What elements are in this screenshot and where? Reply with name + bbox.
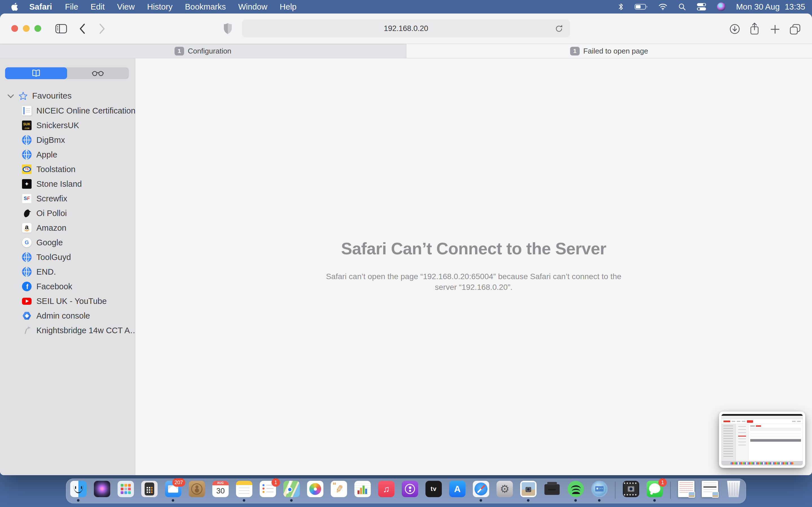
zoom-window-button[interactable]	[35, 25, 41, 32]
dock-item-numbers[interactable]	[354, 481, 371, 497]
dock-app-icon	[94, 481, 110, 497]
bookmark-item[interactable]: Knightsbridge 14w CCT A…	[0, 323, 135, 338]
error-message-block: Safari Can’t Connect to the Server Safar…	[290, 239, 657, 293]
share-button[interactable]	[749, 22, 760, 35]
reading-list-tab-button[interactable]	[67, 67, 129, 79]
bookmark-item[interactable]: Google	[0, 235, 135, 250]
bluetooth-icon[interactable]	[618, 3, 624, 11]
dock-app-icon	[141, 481, 158, 497]
pip-nav-bar	[721, 419, 803, 424]
dock-item-doc-invoice[interactable]	[702, 481, 718, 497]
bookmark-item[interactable]: Apple	[0, 147, 135, 162]
tab[interactable]: 1 Failed to open page	[406, 44, 812, 58]
sidebar-toggle-button[interactable]	[55, 24, 67, 34]
downloads-button[interactable]	[729, 23, 741, 35]
bookmarks-tab-button[interactable]	[5, 67, 67, 79]
screenshot-preview-thumbnail[interactable]	[719, 411, 805, 468]
running-indicator	[598, 499, 601, 502]
bookmark-item[interactable]: Screwfix	[0, 191, 135, 206]
reload-button[interactable]	[553, 24, 566, 34]
dock-item-calendar[interactable]: AUG 30	[212, 481, 229, 497]
chevron-down-icon[interactable]	[8, 92, 14, 98]
notification-badge: 207	[172, 478, 185, 487]
bookmark-item[interactable]: Oi Polloi	[0, 206, 135, 221]
bookmark-item[interactable]: SnickersUK	[0, 118, 135, 133]
dock-item-mail[interactable]: 207	[165, 481, 181, 497]
dock-item-safari[interactable]	[473, 481, 489, 497]
dock-item-messages[interactable]: 1	[647, 481, 663, 497]
menu-item[interactable]: File	[65, 2, 79, 11]
dock-item-notes[interactable]	[236, 481, 252, 497]
dock-item-tv[interactable]	[425, 481, 442, 497]
bookmark-item[interactable]: Toolstation	[0, 162, 135, 177]
bookmark-item[interactable]: NICEIC Online Certification	[0, 103, 135, 118]
forward-button[interactable]	[99, 23, 105, 34]
menu-item[interactable]: Edit	[91, 2, 105, 11]
menu-item[interactable]: History	[147, 2, 172, 11]
bookmark-item[interactable]: Amazon	[0, 221, 135, 235]
privacy-shield-icon[interactable]	[223, 23, 232, 35]
siri-icon[interactable]	[717, 3, 725, 11]
menu-item[interactable]: Window	[238, 2, 267, 11]
bookmark-item[interactable]: ToolGuyd	[0, 250, 135, 265]
dock-item-viewer[interactable]	[591, 481, 608, 497]
dock-item-pages[interactable]	[331, 481, 347, 497]
close-window-button[interactable]	[11, 25, 18, 32]
bookmark-item[interactable]: END.	[0, 265, 135, 279]
bookmark-item[interactable]: Facebook	[0, 279, 135, 294]
dock-item-doc-spreadsheet[interactable]	[678, 481, 695, 497]
tab-overview-button[interactable]	[789, 24, 801, 35]
menu-item[interactable]: Bookmarks	[185, 2, 226, 11]
running-indicator	[527, 499, 529, 502]
tab[interactable]: 1 Configuration	[0, 44, 406, 58]
dock-item-finder[interactable]	[70, 481, 87, 497]
dock-item-appstore[interactable]	[449, 481, 465, 497]
dock-item-separator[interactable]	[670, 482, 671, 499]
back-button[interactable]	[79, 23, 86, 34]
control-center-icon[interactable]	[697, 3, 706, 11]
menu-bar: Safari FileEditViewHistoryBookmarksWindo…	[0, 0, 812, 13]
bookmark-favicon	[22, 106, 32, 115]
dock-item-maps[interactable]	[283, 481, 300, 497]
dock-item-music[interactable]	[378, 481, 395, 497]
menu-item[interactable]: Help	[280, 2, 297, 11]
dock-app-icon	[236, 481, 252, 497]
minimize-window-button[interactable]	[23, 25, 30, 32]
dock-item-photobooth[interactable]	[520, 481, 537, 497]
menu-item[interactable]: View	[117, 2, 135, 11]
dock-item-trash[interactable]	[725, 481, 742, 497]
dock-item-calculator[interactable]	[141, 481, 158, 497]
apple-menu-icon[interactable]	[11, 3, 18, 11]
dock-item-separator[interactable]	[615, 482, 615, 499]
dock-item-printer[interactable]	[544, 481, 560, 497]
menu-bar-clock[interactable]: Mon 30 Aug 13:35	[736, 2, 805, 11]
bookmark-item[interactable]: SEIL UK - YouTube	[0, 294, 135, 308]
app-menu-safari[interactable]: Safari	[29, 2, 52, 11]
dock-app-icon	[378, 481, 395, 497]
dock-item-camera[interactable]	[623, 481, 639, 497]
dock-item-launchpad[interactable]	[117, 481, 134, 497]
dock-item-siri[interactable]	[94, 481, 110, 497]
bookmark-label: Toolstation	[36, 165, 75, 174]
spotlight-search-icon[interactable]	[678, 3, 686, 11]
battery-icon[interactable]	[635, 3, 648, 10]
bookmark-item[interactable]: Admin console	[0, 308, 135, 323]
address-bar[interactable]: 192.168.0.20	[242, 19, 570, 38]
dock-item-photos[interactable]	[307, 481, 323, 497]
notification-badge: 1	[658, 478, 667, 487]
dock-item-podcasts[interactable]	[402, 481, 418, 497]
running-indicator	[172, 499, 174, 502]
dock-item-settings[interactable]	[497, 481, 513, 497]
favourites-section-header[interactable]: Favourites	[8, 91, 135, 101]
glasses-icon	[92, 69, 104, 77]
bookmark-item[interactable]: DigBmx	[0, 133, 135, 147]
dock-item-contacts[interactable]	[189, 481, 205, 497]
dock-item-reminders[interactable]: 1	[260, 481, 276, 497]
bookmark-item[interactable]: Stone Island	[0, 177, 135, 191]
tab-count-badge: 1	[174, 47, 184, 55]
dock-item-spotify[interactable]	[567, 481, 584, 497]
tab-label: Configuration	[188, 47, 232, 55]
new-tab-button[interactable]	[770, 24, 780, 34]
wifi-icon[interactable]	[658, 3, 667, 10]
bookmark-label: Knightsbridge 14w CCT A…	[36, 326, 135, 335]
